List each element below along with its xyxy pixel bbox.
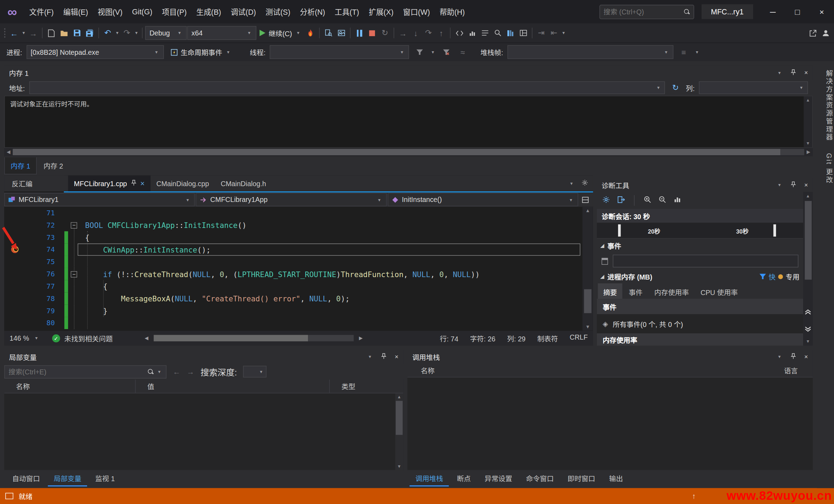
diagnostics-columns-button[interactable]: [504, 26, 517, 40]
close-icon[interactable]: ×: [804, 69, 808, 77]
process-memory-section-header[interactable]: ◢ 进程内存 (MB) 快 专用: [597, 269, 803, 283]
tool-tab[interactable]: 自动窗口: [6, 470, 46, 486]
save-all-button[interactable]: [84, 26, 96, 40]
tool-tab[interactable]: 即时窗口: [562, 470, 601, 486]
zoom-dropdown-icon[interactable]: ▾: [33, 335, 39, 341]
fold-margin[interactable]: −: [68, 268, 80, 280]
zoom-tool-button[interactable]: [492, 26, 504, 40]
editor-tab[interactable]: MFCLibrary1.cpp×: [68, 176, 151, 191]
stop-debug-button[interactable]: [366, 26, 378, 40]
pin-icon[interactable]: [790, 353, 796, 361]
fold-margin[interactable]: [68, 305, 80, 317]
column-header[interactable]: 类型: [330, 380, 403, 393]
fold-margin[interactable]: [68, 280, 80, 293]
undo-button[interactable]: ↶: [101, 26, 114, 40]
locals-panel-header[interactable]: 局部变量 ▾ ×: [4, 350, 403, 364]
next-item-icon[interactable]: [805, 321, 811, 338]
process-combo[interactable]: [0x8B28] Notepad.exe▾: [26, 45, 164, 59]
step-over-button[interactable]: ↷: [422, 26, 435, 40]
timeline-left-handle[interactable]: [618, 224, 621, 237]
menu-item[interactable]: 调试(D): [226, 4, 261, 20]
close-icon[interactable]: ×: [804, 353, 808, 360]
pin-icon[interactable]: [790, 181, 796, 189]
active-files-dropdown-icon[interactable]: ▾: [569, 181, 574, 186]
split-window-icon[interactable]: [579, 193, 592, 207]
open-file-button[interactable]: [58, 26, 70, 40]
close-icon[interactable]: ×: [395, 353, 399, 360]
locals-scrollbar[interactable]: ▲▼: [395, 393, 403, 470]
callstack-panel-header[interactable]: 调用堆栈 ▾ ×: [407, 350, 813, 364]
toolbar-grip[interactable]: [4, 28, 6, 38]
menu-item[interactable]: 编辑(E): [58, 4, 93, 20]
tool-tab[interactable]: 异常设置: [479, 470, 518, 486]
scroll-down-icon[interactable]: ▼: [583, 324, 593, 329]
step-out-button[interactable]: ↑: [435, 26, 447, 40]
fold-margin[interactable]: [68, 256, 80, 268]
zoom-out-icon[interactable]: [658, 195, 666, 205]
flagged-threads-button[interactable]: ≈: [457, 45, 469, 59]
fold-margin[interactable]: [68, 231, 80, 243]
line-indicator[interactable]: 行: 74: [440, 333, 459, 343]
glyph-margin[interactable]: [4, 305, 26, 317]
hot-reload-button[interactable]: [304, 26, 316, 40]
pin-icon[interactable]: [131, 179, 137, 188]
dock-tab[interactable]: 解决方案资源管理器: [817, 66, 834, 145]
search-back-icon[interactable]: ←: [173, 367, 180, 376]
minimize-button[interactable]: ─: [761, 0, 785, 24]
memory-panel-header[interactable]: 内存 1 ▾ ×: [4, 66, 813, 80]
glyph-margin[interactable]: [4, 219, 26, 231]
fold-margin[interactable]: [68, 243, 80, 256]
filter-threads-button[interactable]: [413, 45, 426, 59]
platform-combo[interactable]: x64▾: [187, 26, 256, 40]
menu-item[interactable]: 扩展(X): [364, 4, 398, 20]
menu-item[interactable]: Git(G): [127, 5, 157, 19]
code-line[interactable]: 73{: [4, 231, 582, 243]
code-line[interactable]: 75: [4, 256, 582, 268]
close-icon[interactable]: ×: [140, 179, 144, 188]
publish-arrow-icon[interactable]: ↑: [692, 492, 696, 500]
scroll-right-icon[interactable]: ▶: [804, 149, 813, 155]
nav-forward-button[interactable]: →: [27, 26, 39, 40]
locals-search-box[interactable]: ▾: [4, 365, 166, 378]
window-layout-button[interactable]: [517, 26, 529, 40]
glyph-margin[interactable]: [4, 293, 26, 305]
timeline-right-handle[interactable]: [773, 224, 776, 237]
stack-options-dropdown-icon[interactable]: ▾: [694, 50, 700, 55]
events-lane-track[interactable]: [613, 255, 799, 267]
menu-item[interactable]: 文件(F): [25, 4, 59, 20]
glyph-margin[interactable]: [4, 317, 26, 329]
timeline-ruler[interactable]: 20秒30秒: [597, 223, 803, 238]
scroll-up-icon[interactable]: ▲: [806, 192, 810, 200]
lifecycle-events-dropdown[interactable]: 生命周期事件▾: [168, 47, 234, 57]
editor-options-icon[interactable]: [582, 179, 589, 188]
column-indicator[interactable]: 列: 29: [507, 333, 526, 343]
quick-search-box[interactable]: [599, 5, 694, 19]
scrollbar-thumb[interactable]: [13, 149, 780, 155]
line-outdent-button[interactable]: ⇤: [548, 26, 560, 40]
task-list-button[interactable]: [479, 26, 491, 40]
editor-vertical-scrollbar[interactable]: ▲ ▼: [583, 207, 593, 331]
search-icon[interactable]: [684, 9, 690, 15]
glyph-margin[interactable]: [4, 231, 26, 243]
scrollbar-thumb[interactable]: [154, 335, 308, 341]
restart-button[interactable]: ↻: [379, 26, 391, 40]
diagnostics-scrollbar[interactable]: ▲ ▼: [803, 192, 813, 345]
find-in-files-button[interactable]: [322, 26, 335, 40]
code-line[interactable]: 80: [4, 317, 582, 329]
scrollbar-thumb[interactable]: [584, 289, 591, 313]
settings-gear-icon[interactable]: [602, 195, 610, 205]
code-area[interactable]: 7172−BOOL CMFCLibrary1App::InitInstance(…: [4, 207, 593, 331]
config-combo[interactable]: Debug▾: [145, 26, 187, 40]
step-into-button[interactable]: ↓: [409, 26, 422, 40]
menu-item[interactable]: 项目(P): [157, 4, 191, 20]
close-button[interactable]: ×: [809, 0, 834, 24]
undo-dropdown-icon[interactable]: ▾: [114, 30, 120, 35]
stackframe-combo[interactable]: ▾: [507, 45, 674, 59]
type-dropdown[interactable]: CMFCLibrary1App▾: [196, 193, 387, 206]
refresh-icon[interactable]: ↻: [669, 81, 682, 94]
tool-tab[interactable]: 命令窗口: [520, 470, 559, 486]
all-events-row[interactable]: ◈ 所有事件(0 个, 共 0 个): [597, 314, 803, 333]
scrollbar-thumb[interactable]: [805, 201, 812, 280]
previous-item-icon[interactable]: [805, 303, 811, 320]
new-file-button[interactable]: [45, 26, 58, 40]
